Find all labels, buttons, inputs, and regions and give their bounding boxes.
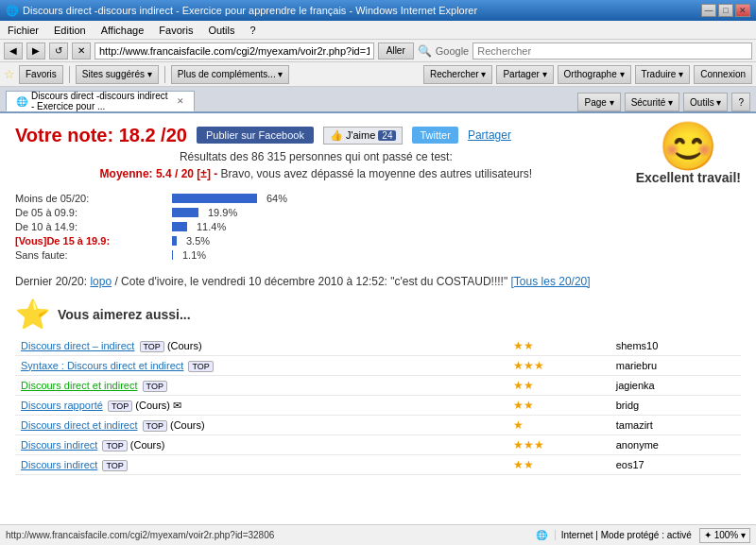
moyenne-line: Moyenne: 5.4 / 20 [±] - Bravo, vous avez… [15,167,617,180]
badge-2: TOP [143,381,167,392]
stat-label-1: De 05 à 09.9: [15,207,166,218]
twitter-button[interactable]: Twitter [412,127,457,144]
also-link-5[interactable]: Discours indirect [21,439,97,451]
also-link-0[interactable]: Discours direct – indirect [21,340,134,351]
rechercher-button[interactable]: Rechercher ▾ [423,65,492,84]
toolbar-separator-1 [69,66,70,83]
status-url: http://www.francaisfacile.com/cgi2/myexa… [6,530,528,540]
connexion-button[interactable]: Connexion [694,65,752,84]
menu-affichage[interactable]: Affichage [97,24,148,37]
user-0: shems10 [610,336,741,356]
also-section: ⭐ Vous aimerez aussi... Discours direct … [15,298,741,475]
stat-bar-0 [172,194,257,203]
orthographe-button[interactable]: Orthographe ▾ [558,65,631,84]
page-button[interactable]: Page ▾ [577,93,620,111]
sites-suggeres-button[interactable]: Sites suggérés ▾ [76,65,159,84]
thumb-icon: 👍 [330,129,343,142]
also-link-6[interactable]: Discours indirect [21,459,97,470]
partager-link[interactable]: Partager [468,128,511,142]
back-button[interactable]: ◀ [4,43,23,60]
also-row-2: Discours direct et indirect TOP ★★ jagie… [15,376,741,396]
badge-3: TOP [108,400,132,412]
stars-2: ★★ [513,379,534,392]
window-title: Discours direct -discours indirect - Exe… [23,5,477,16]
go-button[interactable]: Aller [378,43,414,60]
help-tab-button[interactable]: ? [731,93,750,111]
menu-outils[interactable]: Outils [204,24,238,37]
also-row-3: Discours rapporté TOP (Cours) ✉ ★★ bridg [15,396,741,416]
stats-area: Moins de 05/20: 64% De 05 à 09.9: 19.9% … [15,193,741,264]
favoris-button[interactable]: Favoris [19,65,63,84]
minimize-button[interactable]: — [701,4,716,17]
maximize-button[interactable]: □ [718,4,733,17]
bravo-text: Bravo, vous avez dépassé la moyenne des … [221,167,533,180]
stats-table: Moins de 05/20: 64% De 05 à 09.9: 19.9% … [15,193,287,264]
badge-5: TOP [102,440,127,451]
toolbar-row: ☆ Favoris Sites suggérés ▾ Plus de compl… [0,62,756,87]
last20-user-link[interactable]: lopo [90,275,112,288]
score-display: Votre note: 18.2 /20 [15,125,187,146]
menu-fichier[interactable]: Fichier [4,24,43,37]
also-table: Discours direct – indirect TOP (Cours) ★… [15,336,741,475]
excellent-label: Excellent travail! [636,170,741,185]
menu-edition[interactable]: Edition [50,24,90,37]
also-row-6: Discours indirect TOP ★★ eos17 [15,455,741,475]
content-area: Votre note: 18.2 /20 Publier sur Faceboo… [0,113,756,503]
stat-bar-4 [172,250,173,260]
stat-pct-0: 64% [266,193,287,204]
securite-button[interactable]: Sécurité ▾ [625,93,679,111]
smiley-emoji: 😊 [636,123,741,170]
also-link-1[interactable]: Syntaxe : Discours direct et indirect [21,360,183,371]
stars-5: ★★★ [513,438,544,451]
partager-toolbar-button[interactable]: Partager ▾ [496,65,553,84]
also-link-4[interactable]: Discours direct et indirect [21,419,138,431]
also-header-text: Vous aimerez aussi... [58,307,191,322]
stop-button[interactable]: ✕ [72,43,91,60]
active-tab[interactable]: 🌐 Discours direct -discours indirect - E… [6,91,195,111]
score-line: Votre note: 18.2 /20 Publier sur Faceboo… [15,125,617,146]
zoom-button[interactable]: ✦ 100% ▾ [699,528,750,543]
stat-label-3: [Vous]De 15 à 19.9: [15,235,166,247]
stat-pct-4: 1.1% [182,249,206,261]
tab-close-button[interactable]: ✕ [177,96,184,106]
status-icon: 🌐 [536,530,547,540]
forward-button[interactable]: ▶ [26,43,45,60]
last20-all-link[interactable]: [Tous les 20/20] [511,275,591,288]
stat-row-3: [Vous]De 15 à 19.9: 3.5% [15,235,287,247]
status-bar: http://www.francaisfacile.com/cgi2/myexa… [0,524,756,545]
stat-bar-2 [172,222,187,231]
stat-pct-3: 3.5% [186,235,210,247]
badge-1: TOP [188,361,213,372]
last-section: Dernier 20/20: lopo / Cote d'ivoire, le … [15,275,741,288]
menu-favoris[interactable]: Favoris [155,24,197,37]
last20-label: Dernier 20/20: [15,275,87,288]
publish-facebook-button[interactable]: Publier sur Facebook [197,127,314,144]
stat-row-1: De 05 à 09.9: 19.9% [15,207,287,218]
also-link-3[interactable]: Discours rapporté [21,400,103,411]
score-value: 18.2 /20 [119,125,187,145]
menu-help[interactable]: ? [247,24,260,37]
jaime-button[interactable]: 👍 J'aime 24 [323,127,404,145]
google-search-input[interactable] [472,43,752,60]
stars-6: ★★ [513,458,534,471]
also-header: ⭐ Vous aimerez aussi... [15,298,741,331]
outils-tab-button[interactable]: Outils ▾ [683,93,728,111]
ie-icon: 🌐 [6,5,19,17]
badge-0: TOP [140,341,164,352]
complements-button[interactable]: Plus de compléments... ▾ [171,65,290,84]
address-input[interactable] [94,43,374,60]
title-bar: 🌐 Discours direct -discours indirect - E… [0,0,756,21]
traduire-button[interactable]: Traduire ▾ [635,65,691,84]
also-link-2[interactable]: Discours direct et indirect [21,380,138,391]
jaime-label: J'aime [346,129,375,141]
close-button[interactable]: ✕ [735,4,750,17]
refresh-button[interactable]: ↺ [49,43,68,60]
stars-3: ★★ [513,399,534,412]
also-row-5: Discours indirect TOP (Cours) ★★★ anonym… [15,435,741,455]
tab-controls: Page ▾ Sécurité ▾ Outils ▾ ? [577,93,750,111]
also-row-4: Discours direct et indirect TOP (Cours) … [15,416,741,435]
stat-row-0: Moins de 05/20: 64% [15,193,287,204]
address-bar: ◀ ▶ ↺ ✕ Aller 🔍 Google [0,40,756,62]
stat-bar-3 [172,236,177,246]
stars-0: ★★ [513,339,534,352]
